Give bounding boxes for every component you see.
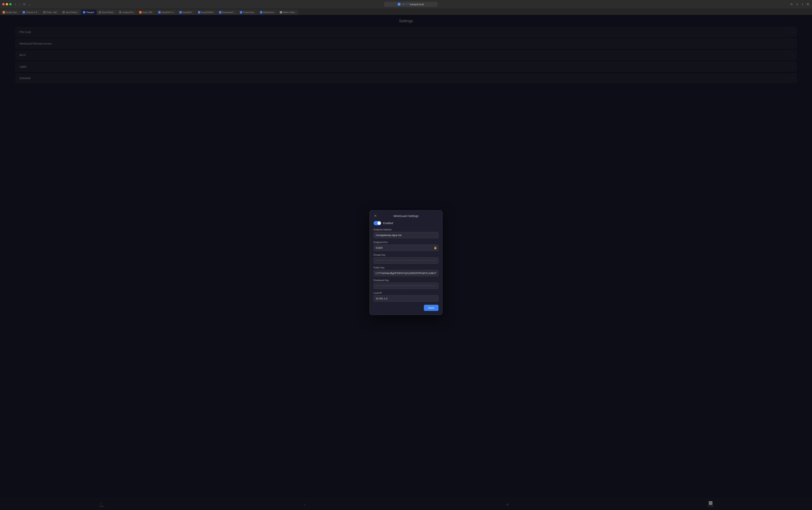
tab-sand-robot[interactable]: Sand Robot... xyxy=(60,9,81,15)
tab-favicon xyxy=(62,11,65,13)
modal-overlay: ✕ WireGuard Settings Enabled Endpoint Ad… xyxy=(0,15,812,510)
lock-icon: 🔒 xyxy=(434,246,437,249)
wireguard-settings-modal: ✕ WireGuard Settings Enabled Endpoint Ad… xyxy=(370,210,442,315)
tab-label: Sand Robot... xyxy=(102,11,115,13)
tab-easyeda[interactable]: EasyEDA ... xyxy=(177,9,196,15)
close-window-button[interactable] xyxy=(2,3,5,5)
reload-icon[interactable]: ↻ xyxy=(789,2,793,6)
tab-distributors[interactable]: Distributors... xyxy=(258,9,278,15)
tab-label: EasyEDA ... xyxy=(183,11,194,13)
browser-content: Settings PIN Code › WireGuard Remote Acc… xyxy=(0,15,812,510)
modal-title: WireGuard Settings xyxy=(394,214,419,217)
minimize-window-button[interactable] xyxy=(6,3,8,5)
endpoint-address-label: Endpoint Address xyxy=(374,228,438,231)
preshared-key-input[interactable] xyxy=(374,283,438,289)
tab-favicon xyxy=(139,11,142,13)
info-icon: i xyxy=(398,3,401,6)
sidebar-down-button[interactable]: ⌄ xyxy=(27,2,32,6)
tab-easyeda-st[interactable]: EasyEDA(St... xyxy=(196,9,216,15)
private-key-label: Private Key xyxy=(374,254,438,256)
tab-scvigue[interactable]: scvigue/Tra... xyxy=(117,9,137,15)
enabled-label: Enabled xyxy=(383,221,393,224)
traffic-lights xyxy=(2,3,11,5)
new-tab-icon[interactable]: + xyxy=(801,2,804,6)
modal-close-button[interactable]: ✕ xyxy=(374,214,377,218)
enabled-toggle[interactable] xyxy=(374,221,381,225)
tab-favicon xyxy=(83,11,85,13)
private-key-group: Private Key xyxy=(374,254,438,264)
maximize-window-button[interactable] xyxy=(9,3,11,5)
public-key-label: Public Key xyxy=(374,266,438,269)
local-ip-input[interactable] xyxy=(374,295,438,302)
tab-favicon xyxy=(240,11,242,13)
url-text[interactable]: tranquil.local xyxy=(410,3,424,6)
tab-label: Posts - Ald... xyxy=(47,11,58,13)
local-ip-label: Local IP xyxy=(374,292,438,294)
tab-favicon xyxy=(179,11,182,13)
tab-project[interactable]: Project-Eas... xyxy=(238,9,258,15)
tab-label: Choose a Ti... xyxy=(26,11,39,13)
tab-favicon xyxy=(119,11,121,13)
title-bar: ‹ › ⊡ ⌄ i </> 🛡 tranquil.local ↻ ⎋ + ⧉ xyxy=(0,0,812,8)
tab-favicon xyxy=(43,11,46,13)
forward-button[interactable]: › xyxy=(18,2,21,6)
endpoint-port-input[interactable] xyxy=(374,245,438,251)
tab-choose[interactable]: Choose a Ti... xyxy=(21,9,41,15)
local-ip-group: Local IP xyxy=(374,292,438,302)
tab-label: Sand Robot... xyxy=(66,11,79,13)
code-icon: </> xyxy=(402,3,405,6)
enabled-toggle-row: Enabled xyxy=(374,221,438,225)
tab-label: EasyEDA Tu... xyxy=(162,11,175,13)
public-key-input[interactable] xyxy=(374,270,438,276)
endpoint-address-input[interactable] xyxy=(374,232,438,238)
address-bar-container: i </> 🛡 tranquil.local xyxy=(34,2,787,7)
tab-fusion[interactable]: fusion 360... xyxy=(137,9,156,15)
tab-easyeda-tu[interactable]: EasyEDA Tu... xyxy=(156,9,177,15)
tab-label: Project-Eas... xyxy=(243,11,256,13)
public-key-group: Public Key xyxy=(374,266,438,276)
tab-favicon xyxy=(99,11,101,13)
browser-chrome: ‹ › ⊡ ⌄ i </> 🛡 tranquil.local ↻ ⎋ + ⧉ K… xyxy=(0,0,812,15)
tab-label: Molex | Mou... xyxy=(283,11,296,13)
tab-favicon xyxy=(158,11,161,13)
tab-label: Kinetic San... xyxy=(6,11,19,13)
shield-icon: 🛡 xyxy=(406,3,409,6)
back-button[interactable]: ‹ xyxy=(14,2,17,6)
tab-tranquil[interactable]: Tranquil xyxy=(81,9,96,15)
tab-label: EasyEDA(St... xyxy=(201,11,215,13)
tabs-icon[interactable]: ⧉ xyxy=(806,2,810,6)
private-key-input[interactable] xyxy=(374,257,438,264)
endpoint-port-input-wrapper: 🔒 xyxy=(374,245,438,251)
tab-download[interactable]: Download C... xyxy=(217,9,238,15)
tab-label: Distributors... xyxy=(263,11,276,13)
endpoint-port-group: Endpoint Port 🔒 xyxy=(374,241,438,251)
tab-molex[interactable]: Molex | Mou... xyxy=(278,9,298,15)
address-bar[interactable]: i </> 🛡 tranquil.local xyxy=(384,2,438,7)
tab-label: Tranquil xyxy=(86,11,94,13)
preshared-key-group: Preshared Key xyxy=(374,279,438,289)
modal-footer: Save xyxy=(374,305,438,311)
toolbar-right: ↻ ⎋ + ⧉ xyxy=(789,2,810,6)
tab-posts[interactable]: Posts - Ald... xyxy=(41,9,60,15)
tab-favicon xyxy=(280,11,282,13)
nav-buttons: ‹ › ⊡ ⌄ xyxy=(14,2,32,6)
sidebar-toggle-button[interactable]: ⊡ xyxy=(22,2,27,6)
tab-favicon xyxy=(219,11,222,13)
endpoint-address-group: Endpoint Address xyxy=(374,228,438,238)
endpoint-port-label: Endpoint Port xyxy=(374,241,438,244)
tab-favicon xyxy=(3,11,5,13)
tab-sand-robot2[interactable]: Sand Robot... xyxy=(97,9,117,15)
tab-favicon xyxy=(260,11,262,13)
preshared-key-label: Preshared Key xyxy=(374,279,438,282)
tabs-bar: Kinetic San... Choose a Ti... Posts - Al… xyxy=(0,8,812,15)
tab-favicon xyxy=(23,11,25,13)
modal-header: ✕ WireGuard Settings xyxy=(374,214,438,217)
tab-label: Download C... xyxy=(223,11,236,13)
tab-favicon xyxy=(198,11,200,13)
tab-label: scvigue/Tra... xyxy=(122,11,135,13)
share-icon[interactable]: ⎋ xyxy=(795,2,799,6)
save-button[interactable]: Save xyxy=(424,305,438,311)
tab-kinetic[interactable]: Kinetic San... xyxy=(1,9,20,15)
tab-label: fusion 360... xyxy=(143,11,154,13)
